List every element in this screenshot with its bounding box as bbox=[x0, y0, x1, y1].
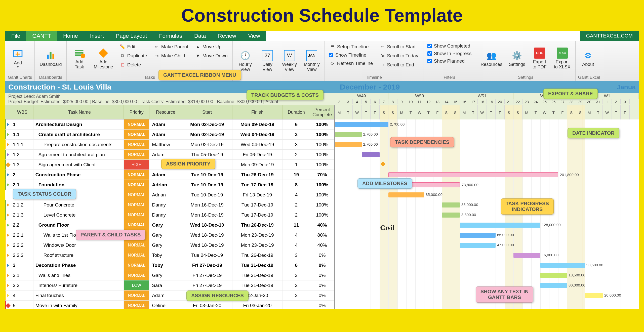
task-row[interactable]: 1.2Agreement to architectural planNORMAL… bbox=[5, 150, 334, 160]
task-row[interactable]: 1.1.1Prepare construction documentsNORMA… bbox=[5, 140, 334, 150]
dashboard-button[interactable]: Dashboard bbox=[37, 43, 64, 74]
task-row[interactable]: 3Decoration PhaseNORMALTobyFri 27-Dec-19… bbox=[5, 260, 334, 270]
settings-button[interactable]: ⚙️Settings bbox=[507, 43, 528, 74]
gantt-bar[interactable]: 201,800.00 bbox=[388, 172, 558, 177]
gantt-bar[interactable]: 35,000.00 bbox=[442, 202, 460, 208]
task-row[interactable]: 4Final touchesNORMALAdam02-Jan-2020% bbox=[5, 290, 334, 301]
weekly-view-button[interactable]: WWeekly View bbox=[279, 43, 300, 79]
duplicate-button[interactable]: ⧉Duplicate bbox=[117, 52, 149, 60]
tab-file[interactable]: File bbox=[5, 31, 26, 41]
task-row[interactable]: 2.2.1Walls to 1st FloNORMALGaryWed 18-De… bbox=[5, 230, 334, 240]
ribbon-group-filters: Show Completed Show In Progress Show Pla… bbox=[423, 41, 476, 81]
setup-icon: ☰ bbox=[330, 44, 336, 50]
task-row[interactable]: 1.1Create draft of architectureNORMALAda… bbox=[5, 130, 334, 140]
gear-icon: ⚙️ bbox=[511, 50, 522, 61]
day-number: 31 bbox=[594, 99, 603, 104]
gantt-bar[interactable]: 2,700.00 bbox=[335, 122, 388, 127]
svg-point-7 bbox=[81, 54, 85, 58]
tab-view[interactable]: View bbox=[242, 31, 266, 41]
tab-formulas[interactable]: Formulas bbox=[153, 31, 188, 41]
show-completed-check[interactable]: Show Completed bbox=[426, 43, 473, 50]
callout-export-share: EXPORT & SHARE bbox=[543, 89, 598, 99]
day-letter: S bbox=[576, 105, 585, 119]
export-xlsx-button[interactable]: XLSXExport to XLSX bbox=[552, 43, 573, 74]
tab-home[interactable]: Home bbox=[57, 31, 84, 41]
tab-insert[interactable]: Insert bbox=[84, 31, 110, 41]
task-row[interactable]: 1Architectural DesignNORMALAdamMon 02-De… bbox=[5, 119, 334, 130]
make-parent-button[interactable]: ⇤Make Parent bbox=[151, 43, 191, 51]
svg-rect-2 bbox=[50, 52, 52, 59]
callout-assign-resources: ASSIGN RESOURCES bbox=[186, 290, 249, 301]
gantt-body[interactable]: 2,700.002,700.002,700.00201,800.0073,800… bbox=[335, 119, 639, 309]
ribbon-group-timeline: ☰Setup Timeline Show Timeline ⟳Refresh T… bbox=[325, 41, 423, 81]
gantt-bar[interactable] bbox=[362, 152, 380, 157]
task-row[interactable]: 2.1.3Level ConcreteNORMALDannyMon 16-Dec… bbox=[5, 210, 334, 220]
tab-page-layout[interactable]: Page Layout bbox=[110, 31, 153, 41]
day-number: 16 bbox=[460, 99, 469, 104]
task-rows: 1Architectural DesignNORMALAdamMon 02-De… bbox=[5, 119, 334, 309]
day-number: 17 bbox=[469, 99, 478, 104]
show-inprogress-check[interactable]: Show In Progress bbox=[426, 50, 473, 57]
move-up-button[interactable]: ▲Move Up bbox=[192, 43, 230, 51]
about-button[interactable]: ⚙About bbox=[578, 43, 598, 74]
refresh-timeline-button[interactable]: ⟳Refresh Timeline bbox=[327, 59, 375, 68]
gantt-bar[interactable]: 80,000.00 bbox=[540, 283, 567, 288]
day-letter: T bbox=[549, 105, 558, 119]
gantt-bar[interactable]: 128,000.00 bbox=[460, 223, 540, 228]
setup-timeline-button[interactable]: ☰Setup Timeline bbox=[327, 43, 375, 51]
tab-data[interactable]: Data bbox=[188, 31, 212, 41]
day-number: 10 bbox=[406, 99, 415, 104]
scroll-end-button[interactable]: ⇥Scroll to End bbox=[377, 61, 420, 69]
gantt-bar[interactable]: 35,000.00 bbox=[388, 192, 424, 197]
gantt-bar[interactable]: 20,000.00 bbox=[585, 293, 603, 298]
export-pdf-button[interactable]: PDFExport to PDF bbox=[530, 43, 550, 74]
gantt-bar[interactable]: 13,500.00 bbox=[540, 273, 567, 278]
make-child-button[interactable]: ⇥Make Child bbox=[151, 52, 191, 60]
monthly-view-button[interactable]: JANMonthly View bbox=[302, 43, 322, 79]
day-number: 30 bbox=[585, 99, 594, 104]
add-milestone-button[interactable]: Add Milestone bbox=[91, 43, 115, 74]
show-timeline-check[interactable]: Show Timeline bbox=[327, 52, 375, 59]
show-planned-check[interactable]: Show Planned bbox=[426, 58, 473, 65]
ribbon: Add ▼ Gantt Charts Dashboard Dashboards … bbox=[5, 41, 639, 81]
day-letter: M bbox=[460, 105, 469, 119]
gantt-bar[interactable]: 2,700.00 bbox=[335, 142, 362, 147]
add-chart-button[interactable]: Add ▼ bbox=[8, 43, 28, 74]
day-letter: W bbox=[415, 105, 424, 119]
task-row[interactable]: 2.1FoundationNORMALAdrianTue 10-Dec-19Tu… bbox=[5, 180, 334, 190]
day-letter: T bbox=[344, 105, 353, 119]
ribbon-group-dashboards: Dashboard Dashboards bbox=[35, 41, 67, 81]
gantt-bar[interactable]: 65,000.00 bbox=[460, 233, 496, 238]
scroll-start-button[interactable]: ⇤Scroll to Start bbox=[377, 43, 420, 51]
gantt-bar[interactable]: 16,000.00 bbox=[513, 253, 540, 258]
callout-task-deps: TASK DEPENDENCIES bbox=[390, 137, 454, 147]
task-row[interactable]: 2.2.2Windows/ DoorNORMALGaryWed 18-Dec-1… bbox=[5, 240, 334, 250]
gantt-bar[interactable]: 3,800.00 bbox=[442, 213, 460, 218]
scroll-today-button[interactable]: ⇲Scroll to Today bbox=[377, 52, 420, 60]
day-letter: S bbox=[442, 105, 451, 119]
gantt-bar[interactable]: 93,500.00 bbox=[540, 263, 585, 268]
task-row[interactable]: 5Move in with FamilyNORMALCelineFri 03-J… bbox=[5, 301, 334, 309]
tab-gantt[interactable]: GANTT bbox=[26, 31, 57, 41]
gantt-bar[interactable]: 47,000.00 bbox=[460, 243, 496, 248]
delete-button[interactable]: ⊟Delete bbox=[117, 61, 149, 69]
task-row[interactable]: 2.1.2Pour ConcreteNORMALDannyMon 16-Dec-… bbox=[5, 200, 334, 210]
task-row[interactable]: 2Construction PhaseNORMALAdamTue 10-Dec-… bbox=[5, 170, 334, 180]
menu-bar: File GANTT Home Insert Page Layout Formu… bbox=[5, 31, 639, 41]
move-down-button[interactable]: ▼Move Down bbox=[192, 52, 230, 60]
task-row[interactable]: 3.2Interiors/ FurnitureLOWSaraFri 27-Dec… bbox=[5, 280, 334, 290]
day-number: 5 bbox=[362, 99, 371, 104]
edit-button[interactable]: ✏️Edit bbox=[117, 43, 149, 51]
page-title: Construction Schedule Template bbox=[0, 0, 644, 31]
resources-button[interactable]: 👥Resources bbox=[478, 43, 505, 74]
gantt-bar[interactable]: 2,700.00 bbox=[335, 132, 362, 137]
daily-view-button[interactable]: 27Daily View bbox=[257, 43, 277, 79]
tab-review[interactable]: Review bbox=[212, 31, 242, 41]
add-task-button[interactable]: Add Task bbox=[69, 43, 89, 74]
task-row[interactable]: 2.2.3Roof structureNORMALTobyTue 24-Dec-… bbox=[5, 250, 334, 260]
task-row[interactable]: 3.1Walls and TilesNORMALGaryFri 27-Dec-1… bbox=[5, 270, 334, 280]
task-row[interactable]: 2.2Ground FloorNORMALGaryWed 18-Dec-19Th… bbox=[5, 220, 334, 230]
down-icon: ▼ bbox=[195, 53, 201, 59]
day-number: 9 bbox=[397, 99, 407, 104]
day-letter: F bbox=[496, 105, 505, 119]
